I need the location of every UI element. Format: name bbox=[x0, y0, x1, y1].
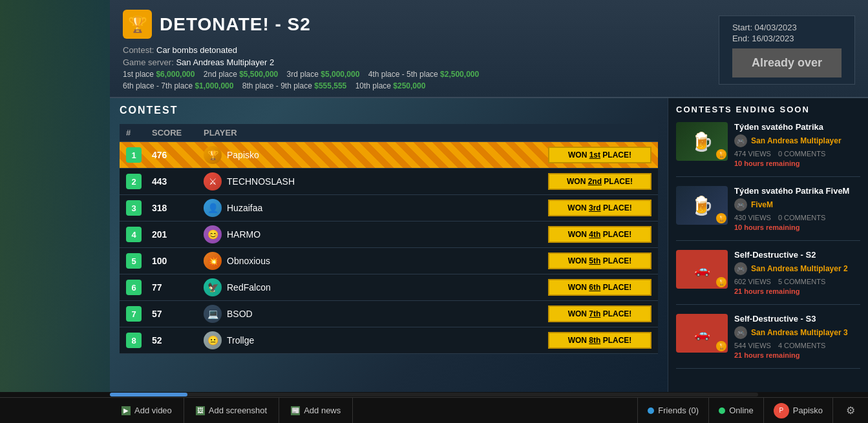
place-badge-4: WON 4th PLACE! bbox=[548, 226, 651, 243]
add-news-button[interactable]: 📰 Add news bbox=[279, 398, 353, 424]
score-3: 318 bbox=[152, 203, 204, 213]
player-2: ⚔ TECHNOSLASH bbox=[204, 172, 548, 191]
avatar-3: 👤 bbox=[204, 199, 222, 217]
contest-card-title-1: Týden svatého Patrika bbox=[734, 122, 860, 132]
server-avatar-3: 🎮 bbox=[734, 262, 747, 275]
player-6: 🦅 RedFalcon bbox=[204, 278, 548, 296]
bottom-left: ▶ Add video 🖼 Add screenshot 📰 Add news bbox=[0, 398, 637, 424]
prizes-row-2: 6th place - 7th place $1,000,000 8th pla… bbox=[123, 81, 485, 90]
prizes-row: 1st place $6,000,000 2nd place $5,500,00… bbox=[123, 70, 485, 79]
status-dates: Start: 04/03/2023 End: 16/03/2023 bbox=[732, 23, 842, 43]
stats-4: 544 VIEWS 4 COMMENTS bbox=[734, 342, 860, 349]
contest-value: Car bombs detonated bbox=[156, 45, 237, 55]
table-row[interactable]: 2 443 ⚔ TECHNOSLASH WON 2nd PLACE! bbox=[120, 169, 658, 195]
score-7: 57 bbox=[152, 309, 204, 319]
server-avatar-1: 🎮 bbox=[734, 134, 747, 147]
server-name-3: San Andreas Multiplayer 2 bbox=[751, 264, 848, 273]
start-date: Start: 04/03/2023 bbox=[732, 23, 842, 32]
contest-card-title-2: Týden svatého Patrika FiveM bbox=[734, 186, 860, 196]
score-5: 100 bbox=[152, 256, 204, 266]
contest-card[interactable]: 🍺 🏆 Týden svatého Patrika FiveM 🎮 FiveM … bbox=[676, 186, 860, 241]
friends-icon bbox=[648, 408, 654, 414]
online-label: Online bbox=[729, 406, 754, 415]
rank-badge-5: 5 bbox=[126, 253, 152, 269]
score-4: 201 bbox=[152, 229, 204, 240]
contest-card[interactable]: 🍺 🏆 Týden svatého Patrika 🎮 San Andreas … bbox=[676, 122, 860, 177]
table-row[interactable]: 1 476 🏆 Papisko WON 1st PLACE! bbox=[120, 142, 658, 169]
avatar-2: ⚔ bbox=[204, 172, 222, 191]
player-7: 💻 BSOD bbox=[204, 305, 548, 323]
contest-info-4: Self-Destructive - S3 🎮 San Andreas Mult… bbox=[734, 314, 860, 359]
contest-info-1: Týden svatého Patrika 🎮 San Andreas Mult… bbox=[734, 122, 860, 167]
contests-ending-title: CONTESTS ENDING SOON bbox=[676, 105, 860, 114]
title-row: 🏆 DETONATE! - S2 bbox=[123, 10, 485, 39]
server-name-4: San Andreas Multiplayer 3 bbox=[751, 328, 848, 337]
bottom-right: Friends (0) Online P Papisko ⚙ bbox=[637, 398, 868, 424]
table-row[interactable]: 7 57 💻 BSOD WON 7th PLACE! bbox=[120, 301, 658, 327]
server-meta: Game server: San Andreas Multiplayer 2 bbox=[123, 57, 485, 67]
table-row[interactable]: 8 52 😐 Trollge WON 8th PLACE! bbox=[120, 327, 658, 354]
contest-section-title: CONTEST bbox=[120, 105, 658, 116]
server-name-2: FiveM bbox=[751, 200, 773, 209]
col-player: PLAYER bbox=[204, 128, 548, 138]
stats-3: 602 VIEWS 5 COMMENTS bbox=[734, 278, 860, 285]
contest-thumbnail-2: 🍺 🏆 bbox=[676, 186, 728, 225]
avatar-8: 😐 bbox=[204, 331, 222, 349]
avatar-5: 💥 bbox=[204, 252, 222, 270]
rank-badge-3: 3 bbox=[126, 200, 152, 216]
add-screenshot-label: Add screenshot bbox=[209, 406, 267, 415]
user-profile[interactable]: P Papisko bbox=[763, 398, 832, 424]
server-name-1: San Andreas Multiplayer bbox=[751, 136, 842, 145]
friends-label: Friends (0) bbox=[658, 406, 699, 415]
col-score: SCORE bbox=[152, 128, 204, 138]
background-crowd bbox=[0, 0, 110, 423]
add-screenshot-button[interactable]: 🖼 Add screenshot bbox=[184, 398, 279, 424]
rank-badge-7: 7 bbox=[126, 306, 152, 322]
place-badge-7: WON 7th PLACE! bbox=[548, 305, 651, 322]
add-video-button[interactable]: ▶ Add video bbox=[110, 398, 184, 424]
player-3: 👤 Huzaifaa bbox=[204, 199, 548, 217]
score-6: 77 bbox=[152, 282, 204, 293]
friends-button[interactable]: Friends (0) bbox=[637, 398, 708, 424]
contest-card[interactable]: 🚗 🏆 Self-Destructive - S3 🎮 San Andreas … bbox=[676, 314, 860, 369]
player-8: 😐 Trollge bbox=[204, 331, 548, 349]
page-title: DETONATE! - S2 bbox=[160, 14, 311, 35]
screenshot-icon: 🖼 bbox=[196, 406, 205, 415]
contest-card-title-3: Self-Destructive - S2 bbox=[734, 250, 860, 260]
table-row[interactable]: 6 77 🦅 RedFalcon WON 6th PLACE! bbox=[120, 274, 658, 301]
stats-1: 474 VIEWS 0 COMMENTS bbox=[734, 150, 860, 158]
table-row[interactable]: 5 100 💥 Obnoxious WON 5th PLACE! bbox=[120, 248, 658, 274]
place-badge-8: WON 8th PLACE! bbox=[548, 332, 651, 349]
time-remaining-3: 21 hours remaining bbox=[734, 287, 860, 295]
server-value: San Andreas Multiplayer 2 bbox=[176, 57, 274, 67]
place-badge-1: WON 1st PLACE! bbox=[548, 147, 651, 163]
contest-meta: Contest: Car bombs detonated bbox=[123, 45, 485, 55]
video-icon: ▶ bbox=[122, 406, 131, 415]
contest-info-3: Self-Destructive - S2 🎮 San Andreas Mult… bbox=[734, 250, 860, 295]
rank-badge-6: 6 bbox=[126, 280, 152, 295]
body-area: CONTEST # SCORE PLAYER 1 476 🏆 Papisko W… bbox=[110, 98, 868, 423]
table-row[interactable]: 3 318 👤 Huzaifaa WON 3rd PLACE! bbox=[120, 195, 658, 222]
contest-panel: CONTEST # SCORE PLAYER 1 476 🏆 Papisko W… bbox=[110, 98, 668, 423]
table-row[interactable]: 4 201 😊 HARMO WON 4th PLACE! bbox=[120, 222, 658, 248]
contest-card-title-4: Self-Destructive - S3 bbox=[734, 314, 860, 324]
online-status: Online bbox=[708, 398, 763, 424]
table-header: # SCORE PLAYER bbox=[120, 124, 658, 142]
col-rank: # bbox=[126, 128, 152, 138]
time-remaining-1: 10 hours remaining bbox=[734, 160, 860, 167]
scroll-thumb[interactable] bbox=[110, 393, 187, 397]
contest-card[interactable]: 🚗 🏆 Self-Destructive - S2 🎮 San Andreas … bbox=[676, 250, 860, 305]
rank-badge-1: 1 bbox=[126, 147, 152, 163]
gear-icon[interactable]: ⚙ bbox=[843, 403, 858, 418]
server-avatar-2: 🎮 bbox=[734, 198, 747, 211]
server-avatar-4: 🎮 bbox=[734, 326, 747, 339]
player-5: 💥 Obnoxious bbox=[204, 252, 548, 270]
stats-2: 430 VIEWS 0 COMMENTS bbox=[734, 214, 860, 222]
scroll-track[interactable] bbox=[110, 393, 758, 397]
main-content: 🏆 DETONATE! - S2 Contest: Car bombs deto… bbox=[110, 0, 868, 423]
settings-button[interactable]: ⚙ bbox=[832, 398, 868, 424]
scrollbar-row bbox=[0, 392, 868, 397]
end-date: End: 16/03/2023 bbox=[732, 34, 842, 43]
avatar-1: 🏆 bbox=[204, 146, 222, 164]
place-badge-6: WON 6th PLACE! bbox=[548, 279, 651, 296]
